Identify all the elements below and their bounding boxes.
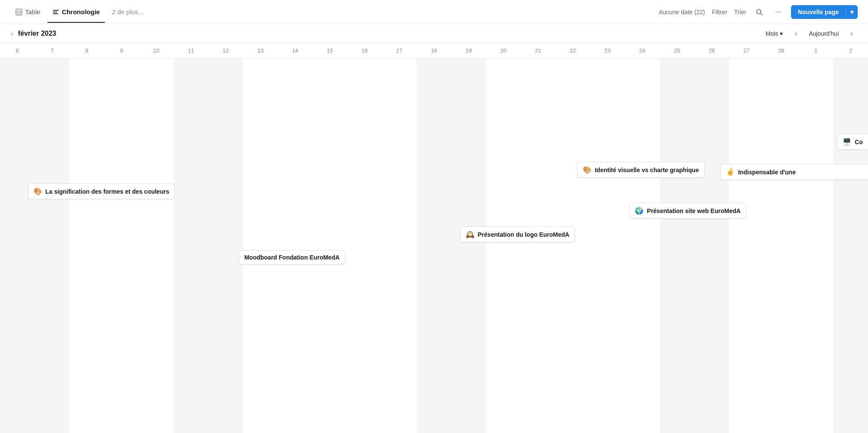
date-cell-6: 6 [0,43,35,59]
date-cell-22: 22 [556,43,591,59]
date-cell-27: 27 [729,43,764,59]
card-partial-emoji: 🖥️ [843,138,851,146]
new-page-arrow[interactable]: ▾ [846,5,858,19]
new-page-label: Nouvelle page [791,5,846,19]
card-signification-emoji: 🎨 [34,187,42,195]
date-cell-19: 19 [451,43,486,59]
no-date-control[interactable]: Aucune date (22) [659,9,705,15]
col-bg-3 [104,59,139,433]
card-presentation-site[interactable]: 🌍Présentation site web EuroMedA [629,203,746,219]
search-button[interactable] [753,6,765,18]
date-cell-12: 12 [208,43,243,59]
date-cell-26: 26 [694,43,729,59]
timeline-body: 🎨La signification des formes et des coul… [0,59,868,433]
tab-table[interactable]: Table [10,5,46,19]
view-selector-chevron: ▾ [780,30,783,37]
col-bg-22 [764,59,799,433]
card-identite-text: Identité visuelle vs charte graphique [595,167,699,173]
svg-rect-5 [53,10,59,11]
date-cell-11: 11 [174,43,209,59]
card-signification-text: La signification des formes et des coule… [46,188,169,195]
date-cell-16: 16 [347,43,382,59]
card-presentation-logo-emoji: 🕰️ [466,230,474,238]
date-cell-14: 14 [278,43,313,59]
svg-rect-7 [53,13,58,14]
filter-control[interactable]: Filtrer [712,9,727,15]
date-cell-28: 28 [764,43,799,59]
date-cell-20: 20 [486,43,521,59]
col-bg-6 [208,59,243,433]
col-bg-23 [799,59,834,433]
col-bg-0 [0,59,35,433]
date-cell-2: 2 [833,43,868,59]
svg-rect-6 [53,12,57,12]
col-bg-2 [69,59,104,433]
view-selector-label: Mois [766,30,779,37]
col-bg-17 [590,59,625,433]
view-selector-dropdown[interactable]: Mois ▾ [762,28,787,39]
tab-more-label: 2 de plus... [112,8,143,15]
card-presentation-logo-text: Présentation du logo EuroMedA [478,231,569,238]
card-presentation-site-emoji: 🌍 [635,207,643,215]
tab-chronologie-label: Chronologie [62,8,100,15]
date-cell-15: 15 [312,43,347,59]
col-bg-12 [417,59,452,433]
date-cell-10: 10 [139,43,174,59]
col-bg-5 [174,59,209,433]
col-bg-24 [833,59,868,433]
date-cell-21: 21 [521,43,556,59]
col-bg-14 [486,59,521,433]
collapse-sidebar-icon[interactable]: » [10,30,14,37]
card-indispensable[interactable]: ✌️Indispensable d'une [720,164,868,180]
sort-control[interactable]: Trier [734,9,746,15]
date-cell-8: 8 [69,43,104,59]
prev-period-button[interactable]: ‹ [790,28,802,40]
tab-table-label: Table [25,8,40,15]
next-period-button[interactable]: › [846,28,858,40]
timeline-header: » février 2023 Mois ▾ ‹ Aujourd'hui › [0,24,868,43]
new-page-button[interactable]: Nouvelle page ▾ [791,5,858,19]
top-bar: Table Chronologie 2 de plus... Aucune da… [0,0,868,24]
card-partial[interactable]: 🖥️Co [837,134,868,150]
card-presentation-logo[interactable]: 🕰️Présentation du logo EuroMedA [460,226,575,242]
col-bg-1 [35,59,70,433]
col-bg-8 [278,59,313,433]
card-moodboard-text: Moodboard Fondation EuroMedA [244,254,340,261]
svg-rect-0 [16,9,22,15]
date-cell-25: 25 [660,43,695,59]
chronologie-icon [52,9,59,15]
tab-more[interactable]: 2 de plus... [107,5,148,19]
tab-chronologie[interactable]: Chronologie [47,5,105,19]
more-options-button[interactable]: ··· [772,6,784,18]
nav-controls: Mois ▾ ‹ Aujourd'hui › [762,28,858,40]
card-signification[interactable]: 🎨La signification des formes et des coul… [28,183,175,199]
col-bg-19 [660,59,695,433]
timeline-month: février 2023 [18,30,56,37]
date-cell-24: 24 [625,43,660,59]
card-moodboard[interactable]: Moodboard Fondation EuroMedA [239,250,345,265]
card-partial-text: Co [855,139,863,145]
col-bg-4 [139,59,174,433]
timeline-columns [0,59,868,433]
card-presentation-site-text: Présentation site web EuroMedA [647,207,741,214]
date-cell-1: 1 [799,43,834,59]
col-bg-15 [521,59,556,433]
today-button[interactable]: Aujourd'hui [805,28,842,39]
card-identite-emoji: 🎨 [583,166,591,174]
col-bg-18 [625,59,660,433]
col-bg-13 [451,59,486,433]
col-bg-9 [312,59,347,433]
card-indispensable-text: Indispensable d'une [738,169,796,176]
col-bg-21 [729,59,764,433]
col-bg-7 [243,59,278,433]
date-cell-7: 7 [35,43,70,59]
timeline-title-area: » février 2023 [10,30,56,37]
col-bg-11 [382,59,417,433]
col-bg-10 [347,59,382,433]
date-cell-18: 18 [417,43,452,59]
card-identite[interactable]: 🎨Identité visuelle vs charte graphique [577,162,705,178]
table-icon [15,9,22,15]
card-indispensable-emoji: ✌️ [726,168,735,176]
date-cell-13: 13 [243,43,278,59]
col-bg-16 [556,59,591,433]
